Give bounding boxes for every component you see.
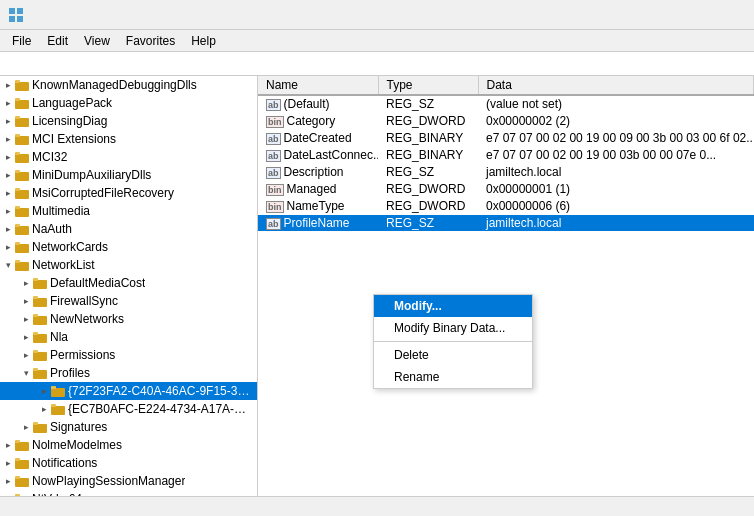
tree-item[interactable]: ▾ NetworkList [0,256,257,274]
reg-sz-icon: ab [266,148,284,162]
tree-item[interactable]: ▸ MCI Extensions [0,130,257,148]
table-row[interactable]: binCategoryREG_DWORD0x00000002 (2) [258,113,754,130]
cell-data: jamiltech.local [478,215,754,232]
table-row[interactable]: binManagedREG_DWORD0x00000001 (1) [258,181,754,198]
folder-icon [14,257,30,273]
menu-item-file[interactable]: File [4,32,39,50]
minimize-button[interactable] [607,0,652,30]
tree-item[interactable]: ▸ NewNetworks [0,310,257,328]
cell-type: REG_DWORD [378,198,478,215]
tree-item[interactable]: ▸ NaAuth [0,220,257,238]
table-row[interactable]: abDescriptionREG_SZjamiltech.local [258,164,754,181]
tree-item[interactable]: ▸ {72F23FA2-C40A-46AC-9F15-37EA1279D [0,382,257,400]
tree-label: NaAuth [32,222,72,236]
svg-rect-63 [33,422,38,425]
tree-item[interactable]: ▸ Permissions [0,346,257,364]
tree-item[interactable]: ▸ NtVdm64 [0,490,257,496]
menu-item-help[interactable]: Help [183,32,224,50]
context-menu-item-modify-binary-data---[interactable]: Modify Binary Data... [374,317,532,339]
cell-name: binCategory [258,113,378,130]
tree-item[interactable]: ▸ NetworkCards [0,238,257,256]
tree-item[interactable]: ▸ Notifications [0,454,257,472]
reg-sz-icon: ab [266,97,284,111]
title-bar [0,0,754,30]
folder-icon [32,365,48,381]
tree-item[interactable]: ▸ LanguagePack [0,94,257,112]
tree-item[interactable]: ▸ MCI32 [0,148,257,166]
expand-icon: ▸ [2,113,14,129]
cell-data: (value not set) [478,95,754,113]
table-row[interactable]: abDateLastConnec...REG_BINARYe7 07 07 00… [258,147,754,164]
col-header-data[interactable]: Data [478,76,754,95]
folder-icon [14,167,30,183]
context-menu: Modify...Modify Binary Data...DeleteRena… [373,294,533,389]
folder-icon [32,311,48,327]
tree-label: MCI32 [32,150,67,164]
context-menu-item-modify---[interactable]: Modify... [374,295,532,317]
folder-icon [14,455,30,471]
cell-name: abDateLastConnec... [258,147,378,164]
svg-rect-18 [15,152,20,155]
expand-icon: ▸ [20,293,32,309]
cell-data: jamiltech.local [478,164,754,181]
cell-data: 0x00000001 (1) [478,181,754,198]
tree-label: MsiCorruptedFileRecovery [32,186,174,200]
context-menu-item-rename[interactable]: Rename [374,366,532,388]
tree-item[interactable]: ▸ KnownManagedDebuggingDlls [0,76,257,94]
tree-label: MiniDumpAuxiliaryDlls [32,168,151,182]
tree-item[interactable]: ▸ NowPlayingSessionManager [0,472,257,490]
expand-icon: ▸ [2,221,14,237]
table-row[interactable]: abProfileNameREG_SZjamiltech.local [258,215,754,232]
tree-label: KnownManagedDebuggingDlls [32,78,197,92]
tree-item[interactable]: ▸ Multimedia [0,202,257,220]
menu-item-edit[interactable]: Edit [39,32,76,50]
tree-item[interactable]: ▸ DefaultMediaCost [0,274,257,292]
folder-icon [32,419,48,435]
cell-type: REG_BINARY [378,147,478,164]
expand-icon: ▸ [20,347,32,363]
folder-icon [14,221,30,237]
maximize-button[interactable] [654,0,699,30]
tree-item[interactable]: ▸ LicensingDiag [0,112,257,130]
tree-item[interactable]: ▸ MiniDumpAuxiliaryDlls [0,166,257,184]
table-row[interactable]: binNameTypeREG_DWORD0x00000006 (6) [258,198,754,215]
tree-item[interactable]: ▸ Signatures [0,418,257,436]
menu-item-favorites[interactable]: Favorites [118,32,183,50]
close-button[interactable] [701,0,746,30]
expand-icon: ▸ [2,131,14,147]
svg-rect-0 [9,8,15,14]
cell-data: 0x00000006 (6) [478,198,754,215]
tree-item[interactable]: ▸ FirewallSync [0,292,257,310]
context-menu-separator [374,341,532,342]
expand-icon: ▸ [20,329,32,345]
context-menu-item-delete[interactable]: Delete [374,344,532,366]
table-row[interactable]: ab(Default)REG_SZ(value not set) [258,95,754,113]
tree-label: NetworkCards [32,240,108,254]
menu-item-view[interactable]: View [76,32,118,50]
expand-icon: ▸ [2,185,14,201]
col-header-type[interactable]: Type [378,76,478,95]
col-header-name[interactable]: Name [258,76,378,95]
tree-item[interactable]: ▸ {EC7B0AFC-E224-4734-A17A-F02E42CB [0,400,257,418]
expand-icon: ▸ [20,311,32,327]
svg-rect-9 [15,98,20,101]
expand-icon: ▾ [2,257,14,273]
svg-rect-3 [17,16,23,22]
table-row[interactable]: abDateCreatedREG_BINARYe7 07 07 00 02 00… [258,130,754,147]
folder-icon [50,383,66,399]
expand-icon: ▸ [2,203,14,219]
folder-icon [14,77,30,93]
tree-item[interactable]: ▸ NolmeModelmes [0,436,257,454]
tree-item[interactable]: ▸ Nla [0,328,257,346]
tree-item[interactable]: ▾ Profiles [0,364,257,382]
tree-item[interactable]: ▸ MsiCorruptedFileRecovery [0,184,257,202]
folder-icon [14,437,30,453]
tree-label: Notifications [32,456,97,470]
tree-label: NetworkList [32,258,95,272]
values-panel[interactable]: Name Type Data ab(Default)REG_SZ(value n… [258,76,754,496]
svg-rect-75 [15,494,20,496]
tree-panel[interactable]: ▸ KnownManagedDebuggingDlls▸ LanguagePac… [0,76,258,496]
values-table: Name Type Data ab(Default)REG_SZ(value n… [258,76,754,232]
reg-dword-icon: bin [266,199,287,213]
svg-rect-30 [15,224,20,227]
